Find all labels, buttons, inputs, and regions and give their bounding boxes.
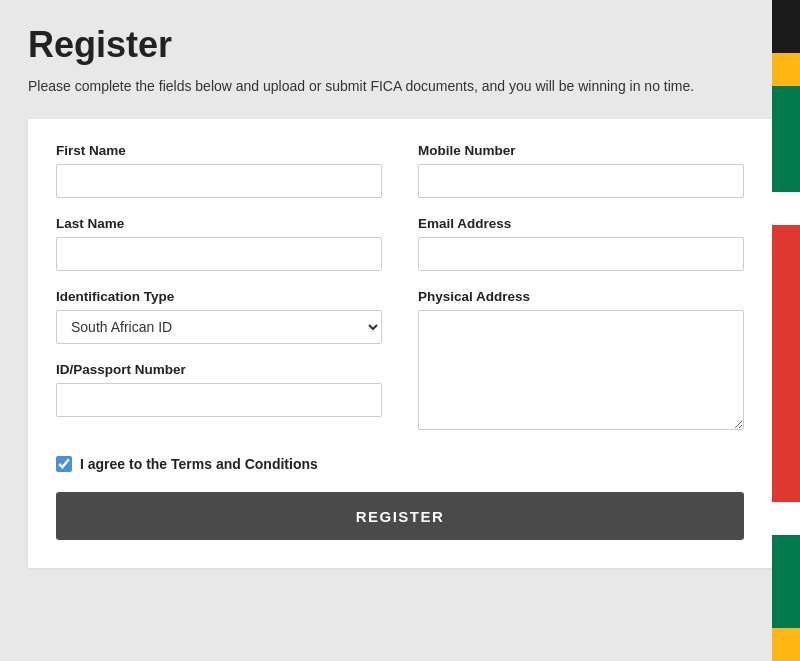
page-subtitle: Please complete the fields below and upl… [28, 76, 772, 97]
page-title: Register [28, 24, 772, 66]
register-button[interactable]: REGISTER [56, 492, 744, 540]
register-form-card: First Name Last Name Identification Type… [28, 119, 772, 568]
last-name-label: Last Name [56, 216, 382, 231]
id-passport-input[interactable] [56, 383, 382, 417]
flag-stripe-black [772, 0, 800, 53]
mobile-number-group: Mobile Number [418, 143, 744, 198]
flag-stripe-red [772, 225, 800, 503]
first-name-input[interactable] [56, 164, 382, 198]
flag-stripe-white [772, 192, 800, 225]
flag-stripe-green2 [772, 535, 800, 628]
terms-checkbox[interactable] [56, 456, 72, 472]
email-address-group: Email Address [418, 216, 744, 271]
mobile-number-label: Mobile Number [418, 143, 744, 158]
flag-stripe-white2 [772, 502, 800, 535]
identification-type-select[interactable]: South African ID Passport [56, 310, 382, 344]
physical-address-label: Physical Address [418, 289, 744, 304]
first-name-label: First Name [56, 143, 382, 158]
email-address-input[interactable] [418, 237, 744, 271]
last-name-group: Last Name [56, 216, 382, 271]
mobile-number-input[interactable] [418, 164, 744, 198]
physical-address-group: Physical Address [418, 289, 744, 434]
first-name-group: First Name [56, 143, 382, 198]
terms-label: I agree to the Terms and Conditions [80, 456, 318, 472]
identification-type-label: Identification Type [56, 289, 382, 304]
terms-row: I agree to the Terms and Conditions [56, 456, 744, 472]
id-passport-label: ID/Passport Number [56, 362, 382, 377]
id-passport-group: ID/Passport Number [56, 362, 382, 417]
identification-type-group: Identification Type South African ID Pas… [56, 289, 382, 344]
flag-stripe-green1 [772, 86, 800, 192]
email-address-label: Email Address [418, 216, 744, 231]
flag-stripe-gold1 [772, 53, 800, 86]
physical-address-input[interactable] [418, 310, 744, 430]
flag-sidebar [772, 0, 800, 661]
last-name-input[interactable] [56, 237, 382, 271]
flag-stripe-gold2 [772, 628, 800, 661]
